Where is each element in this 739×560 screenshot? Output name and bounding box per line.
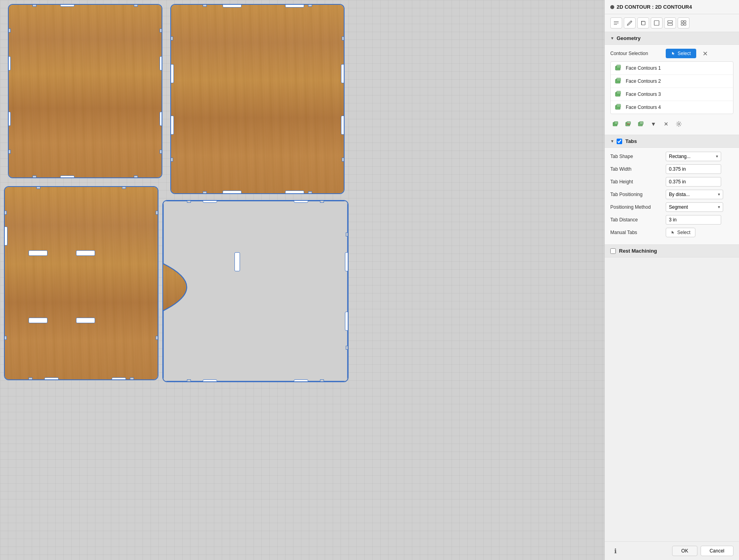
manual-tabs-label: Manual Tabs: [610, 230, 666, 235]
panel-content: ▼ Geometry Contour Selection Select ✕: [605, 32, 739, 541]
svg-rect-4: [681, 21, 683, 23]
svg-rect-22: [640, 122, 643, 124]
panel-title: 2D CONTOUR : 2D CONTOUR4: [617, 4, 692, 10]
face-contour-label-2: Face Contours 2: [626, 78, 661, 84]
panel-header: 2D CONTOUR : 2D CONTOUR4: [605, 0, 739, 14]
rest-machining-title: Rest Machining: [619, 248, 657, 254]
toolbar-row: [605, 14, 739, 32]
positioning-method-value: Segment Path ▼: [666, 202, 733, 212]
tabs-enabled-checkbox[interactable]: [617, 139, 622, 144]
tab-width-input[interactable]: [666, 164, 721, 174]
tabs-collapse-icon: ▼: [610, 139, 614, 143]
face-contour-icon-2: [615, 77, 623, 85]
geometry-section-header[interactable]: ▼ Geometry: [605, 32, 739, 45]
svg-rect-5: [684, 21, 686, 23]
tabs-checkbox-row: Tabs: [617, 138, 637, 144]
tab-width-row: Tab Width: [610, 164, 733, 174]
tab-height-row: Tab Height: [610, 177, 733, 187]
toolbar-btn-1[interactable]: [610, 17, 622, 29]
wood-panel-4: [162, 200, 349, 382]
face-edit-btn[interactable]: [636, 119, 646, 129]
tab-distance-label: Tab Distance: [610, 217, 666, 223]
svg-rect-6: [681, 23, 683, 25]
toolbar-btn-6[interactable]: [678, 17, 689, 29]
tab-positioning-row: Tab Positioning By dista... By count ▼: [610, 190, 733, 199]
contour-select-btn-label: Select: [678, 51, 691, 56]
contour-selection-controls: Select ✕: [666, 49, 733, 58]
tab-shape-label: Tab Shape: [610, 154, 666, 159]
tab-positioning-select[interactable]: By dista... By count: [666, 190, 723, 199]
ok-button[interactable]: OK: [672, 546, 697, 556]
cancel-button[interactable]: Cancel: [701, 546, 733, 556]
contour-clear-button[interactable]: ✕: [701, 49, 709, 58]
canvas-area: [0, 0, 604, 560]
svg-rect-3: [668, 23, 672, 25]
header-dot: [610, 5, 614, 9]
face-contour-item-4[interactable]: Face Contours 4: [611, 101, 733, 114]
tab-height-input[interactable]: [666, 177, 721, 187]
manual-cursor-icon: [671, 230, 676, 235]
contour-select-button[interactable]: Select: [666, 49, 696, 58]
wood-panel-1: [8, 4, 162, 178]
face-bottom-row: ▼ ✕: [610, 117, 733, 131]
svg-rect-17: [614, 122, 618, 124]
face-contour-icon-4: [615, 103, 623, 111]
tab-shape-row: Tab Shape Rectang... Trapezoid Triangle …: [610, 152, 733, 161]
toolbar-btn-4[interactable]: [651, 17, 663, 29]
face-contour-label-4: Face Contours 4: [626, 105, 661, 110]
face-contour-label-1: Face Contours 1: [626, 65, 661, 71]
manual-tabs-row: Manual Tabs Select: [610, 228, 733, 237]
right-panel: 2D CONTOUR : 2D CONTOUR4 ▼ Geometry: [604, 0, 739, 560]
tab-shape-select[interactable]: Rectang... Trapezoid Triangle: [666, 152, 721, 161]
rest-machining-checkbox-row: Rest Machining: [610, 248, 657, 254]
geometry-section-title: Geometry: [617, 35, 641, 41]
tab-height-value: [666, 177, 733, 187]
tab-distance-input[interactable]: [666, 215, 721, 225]
toolbar-btn-5[interactable]: [664, 17, 676, 29]
face-close-btn[interactable]: ✕: [661, 119, 671, 129]
panel-footer: ℹ OK Cancel: [605, 541, 739, 560]
face-dropdown-btn[interactable]: ▼: [648, 119, 659, 129]
wood-panel-2: [170, 4, 345, 194]
tab-width-label: Tab Width: [610, 166, 666, 172]
svg-rect-11: [617, 78, 621, 81]
tab-positioning-value: By dista... By count ▼: [666, 190, 733, 199]
face-add-btn[interactable]: [610, 119, 621, 129]
positioning-method-select[interactable]: Segment Path: [666, 202, 723, 212]
tabs-section-header[interactable]: ▼ Tabs: [605, 135, 739, 148]
face-remove-btn[interactable]: [623, 119, 633, 129]
face-contour-item-3[interactable]: Face Contours 3: [611, 88, 733, 101]
svg-rect-13: [617, 91, 621, 94]
tabs-section-body: Tab Shape Rectang... Trapezoid Triangle …: [605, 148, 739, 245]
info-icon: ℹ: [614, 547, 617, 555]
contour-selection-label: Contour Selection: [610, 51, 666, 56]
svg-rect-15: [617, 104, 621, 107]
face-contours-list-wrapper: Face Contours 1 Face Contours 2: [610, 61, 733, 114]
info-button[interactable]: ℹ: [610, 546, 621, 556]
cursor-icon: [671, 51, 676, 56]
face-contour-item-1[interactable]: Face Contours 1: [611, 62, 733, 75]
rest-machining-checkbox[interactable]: [610, 248, 616, 254]
manual-tabs-select-button[interactable]: Select: [666, 228, 695, 237]
geometry-collapse-icon: ▼: [610, 36, 614, 40]
tab-positioning-label: Tab Positioning: [610, 192, 666, 197]
toolbar-btn-2[interactable]: [624, 17, 636, 29]
svg-rect-1: [654, 21, 659, 25]
rest-machining-section-header[interactable]: Rest Machining: [605, 245, 739, 257]
footer-info: ℹ: [610, 546, 669, 556]
face-contours-list: Face Contours 1 Face Contours 2: [610, 61, 733, 114]
tabs-section-title: Tabs: [625, 138, 637, 144]
svg-rect-0: [642, 21, 645, 25]
tab-distance-value: [666, 215, 733, 225]
face-settings-btn[interactable]: [674, 119, 684, 129]
face-contour-item-2[interactable]: Face Contours 2: [611, 75, 733, 88]
face-contour-label-3: Face Contours 3: [626, 91, 661, 97]
toolbar-btn-3[interactable]: [637, 17, 649, 29]
positioning-method-label: Positioning Method: [610, 204, 666, 210]
positioning-method-row: Positioning Method Segment Path ▼: [610, 202, 733, 212]
tab-width-value: [666, 164, 733, 174]
manual-tabs-btn-label: Select: [677, 230, 690, 235]
svg-rect-2: [668, 21, 672, 23]
tab-distance-row: Tab Distance: [610, 215, 733, 225]
manual-tabs-value: Select: [666, 228, 733, 237]
